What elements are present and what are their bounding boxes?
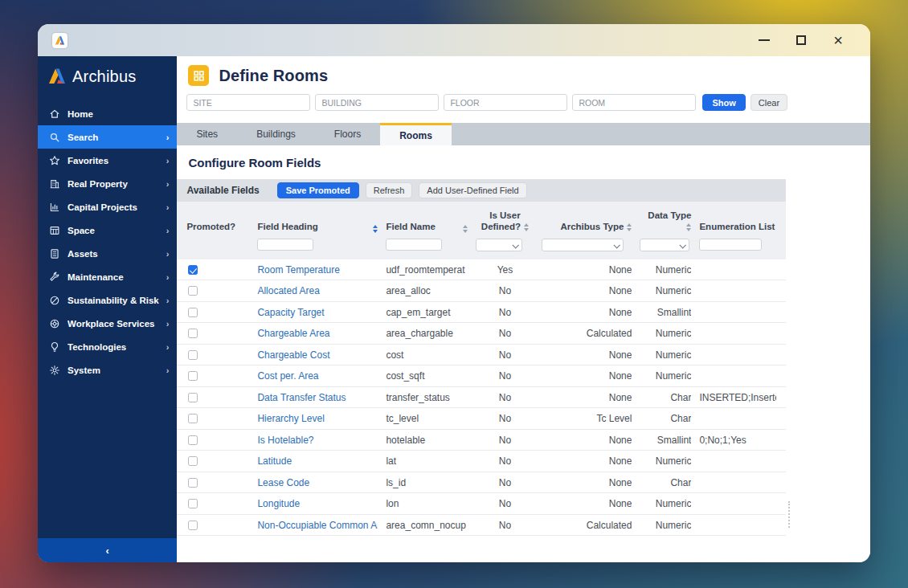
promoted-checkbox[interactable] [188, 265, 198, 275]
promoted-checkbox[interactable] [188, 350, 198, 360]
sidebar-item-label: Technologies [67, 342, 159, 352]
field-heading-link[interactable]: Allocated Area [257, 285, 378, 296]
field-heading-link[interactable]: Longitude [257, 498, 378, 509]
site-input[interactable] [186, 94, 310, 111]
field-heading-link[interactable]: Room Temperature [257, 264, 378, 276]
building-input[interactable] [315, 94, 439, 111]
collapse-chevron-icon: ‹ [106, 545, 109, 557]
maximize-button[interactable] [795, 34, 808, 47]
field-heading-link[interactable]: Chargeable Cost [257, 349, 378, 361]
sidebar-item-technologies[interactable]: Technologies› [38, 335, 177, 358]
sidebar-item-search[interactable]: Search› [38, 125, 177, 149]
promoted-checkbox[interactable] [188, 435, 198, 445]
enumeration-list-filter-input[interactable] [699, 239, 762, 251]
promoted-checkbox[interactable] [188, 329, 198, 338]
is-user-defined-value: No [476, 307, 534, 318]
archibus-type-value: Calculated [542, 520, 632, 531]
archibus-type-value: Calculated [542, 328, 632, 339]
sidebar-item-favorites[interactable]: Favorites› [38, 149, 177, 172]
promoted-checkbox[interactable] [188, 393, 198, 402]
column-header-field-heading[interactable]: Field Heading [257, 221, 378, 232]
sidebar-item-sustainability-risk[interactable]: Sustainability & Risk› [38, 288, 177, 312]
sidebar-item-label: Capital Projects [67, 202, 159, 212]
field-heading-link[interactable]: Hierarchy Level [257, 413, 378, 424]
field-heading-link[interactable]: Data Transfer Status [257, 392, 378, 403]
archibus-type-value: Tc Level [542, 413, 632, 424]
tab-buildings[interactable]: Buildings [237, 123, 315, 145]
field-heading-link[interactable]: Chargeable Area [257, 328, 378, 339]
promoted-checkbox[interactable] [188, 286, 198, 296]
sidebar-item-assets[interactable]: Assets› [38, 242, 177, 265]
is-user-defined-value: No [476, 520, 534, 531]
sidebar-item-workplace-services[interactable]: Workplace Services› [38, 312, 177, 335]
tab-floors[interactable]: Floors [315, 123, 380, 145]
promoted-checkbox[interactable] [188, 478, 198, 488]
field-heading-filter-input[interactable] [257, 239, 313, 251]
archibus-type-filter-select[interactable] [542, 239, 624, 251]
column-header-archibus-type[interactable]: Archibus Type [542, 221, 632, 232]
sidebar-item-label: Maintenance [67, 272, 159, 282]
promoted-checkbox[interactable] [188, 456, 198, 466]
tab-rooms[interactable]: Rooms [380, 123, 452, 145]
promoted-checkbox[interactable] [188, 414, 198, 423]
window-titlebar: × [38, 24, 870, 56]
gear-icon [49, 365, 60, 376]
fields-table: Promoted? Field Heading Field Name Is Us… [177, 202, 786, 536]
main-content: Define Rooms Show Clear SitesBuildingsFl… [177, 56, 870, 562]
chevron-right-icon: › [166, 365, 170, 375]
sidebar-item-system[interactable]: System› [38, 358, 177, 382]
data-type-filter-select[interactable] [640, 239, 689, 251]
archibus-type-value: None [542, 477, 632, 488]
field-name-value: cost [386, 349, 468, 361]
data-type-value: Numeric [640, 455, 691, 467]
field-name-value: cap_em_target [386, 307, 468, 318]
column-header-is-user-defined[interactable]: Is User Defined? [476, 210, 534, 233]
field-heading-link[interactable]: Cost per. Area [257, 370, 378, 382]
sidebar-item-capital-projects[interactable]: Capital Projects› [38, 195, 177, 218]
clear-button[interactable]: Clear [751, 94, 787, 111]
promoted-checkbox[interactable] [188, 308, 198, 317]
promoted-checkbox[interactable] [188, 499, 198, 508]
promoted-checkbox[interactable] [188, 371, 198, 381]
field-name-filter-input[interactable] [386, 239, 442, 251]
add-user-defined-field-button[interactable]: Add User-Defined Field [419, 182, 526, 198]
tab-sites[interactable]: Sites [177, 123, 237, 145]
field-name-value: udf_roomtemperat [386, 264, 468, 276]
field-name-value: area_comn_nocup [386, 520, 468, 531]
sidebar-item-home[interactable]: Home [38, 102, 177, 125]
field-heading-link[interactable]: Capacity Target [257, 307, 378, 318]
column-header-data-type[interactable]: Data Type [640, 210, 691, 233]
field-heading-link[interactable]: Lease Code [257, 477, 378, 488]
minimize-button[interactable] [758, 34, 771, 47]
field-name-value: tc_level [386, 413, 468, 424]
field-name-value: lat [386, 455, 468, 467]
sidebar-collapse-button[interactable]: ‹ [38, 538, 177, 562]
close-button[interactable]: × [832, 34, 845, 47]
archibus-type-value: None [542, 455, 632, 467]
column-resize-handle[interactable] [788, 501, 790, 528]
archibus-type-value: None [542, 349, 632, 361]
table-row: Room Temperatureudf_roomtemperatYesNoneN… [177, 259, 786, 281]
refresh-button[interactable]: Refresh [366, 182, 413, 198]
sort-icon [524, 223, 529, 231]
field-heading-link[interactable]: Latitude [257, 455, 378, 467]
table-row: Chargeable CostcostNoNoneNumeric [177, 345, 786, 366]
promoted-checkbox[interactable] [188, 521, 198, 530]
column-header-field-name[interactable]: Field Name [386, 221, 468, 232]
field-name-value: area_alloc [386, 285, 468, 296]
sidebar-item-label: Home [67, 109, 169, 119]
room-input[interactable] [572, 94, 696, 111]
save-promoted-button[interactable]: Save Promoted [277, 182, 359, 198]
sidebar-item-maintenance[interactable]: Maintenance› [38, 265, 177, 288]
chevron-right-icon: › [166, 133, 170, 142]
field-heading-link[interactable]: Non-Occupiable Common Area [257, 520, 378, 531]
field-heading-link[interactable]: Is Hotelable? [257, 435, 378, 446]
table-row: Data Transfer Statustransfer_statusNoNon… [177, 387, 786, 409]
sidebar-item-space[interactable]: Space› [38, 218, 177, 242]
is-user-defined-value: Yes [476, 264, 534, 276]
floor-input[interactable] [444, 94, 567, 111]
is-user-defined-filter-select[interactable] [476, 239, 522, 251]
sidebar-item-real-property[interactable]: Real Property› [38, 172, 177, 195]
is-user-defined-value: No [476, 328, 534, 339]
show-button[interactable]: Show [702, 94, 745, 111]
